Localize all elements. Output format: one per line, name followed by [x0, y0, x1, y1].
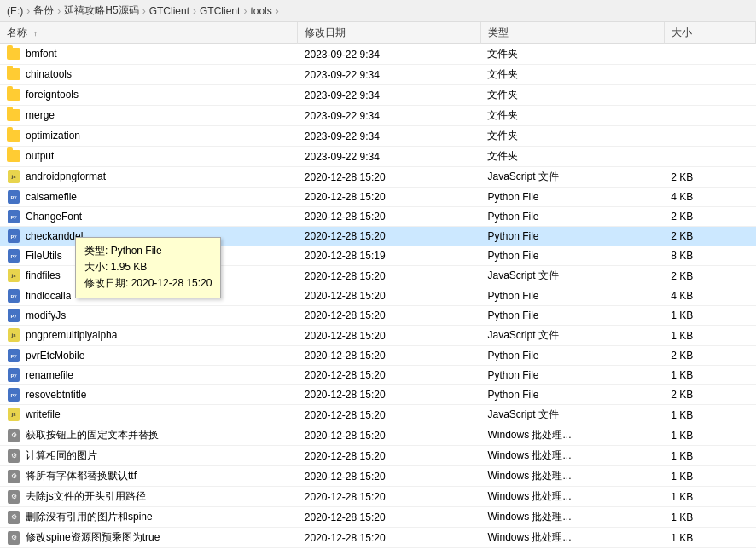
- file-size: 1 KB: [664, 326, 755, 346]
- file-size: [664, 126, 755, 147]
- file-date: 2020-12-28 15:20: [298, 326, 481, 346]
- file-name-text: 修改文件夹的图片名: [26, 551, 118, 552]
- table-row[interactable]: merge2023-09-22 9:34文件夹: [0, 106, 756, 126]
- file-name-text: 删除没有引用的图片和spine: [26, 510, 153, 524]
- file-type: Windows 批处理...: [480, 507, 664, 528]
- folder-icon: [7, 47, 20, 61]
- table-row[interactable]: pngpremultiplyalpha2020-12-28 15:20JavaS…: [0, 326, 756, 346]
- file-name-text: findlocalla: [26, 290, 71, 302]
- address-part-1[interactable]: (E:): [7, 5, 23, 17]
- python-icon: [7, 229, 20, 243]
- table-row[interactable]: writefile2020-12-28 15:20JavaScript 文件1 …: [0, 405, 756, 425]
- table-row[interactable]: bmfont2023-09-22 9:34文件夹: [0, 44, 756, 65]
- bat-icon: [7, 511, 20, 524]
- file-type: Python File: [480, 286, 664, 306]
- table-row[interactable]: androidpngformat2020-12-28 15:20JavaScri…: [0, 167, 756, 188]
- table-row[interactable]: resovebtntitle2020-12-28 15:20Python Fil…: [0, 385, 756, 405]
- file-date: 2020-12-28 15:20: [298, 188, 481, 207]
- file-size: [664, 106, 755, 126]
- file-list-container[interactable]: 名称 ↑ 修改日期 类型 大小 bmfont2023-09-22 9:34文件夹…: [0, 22, 756, 552]
- file-size: 1 KB: [664, 528, 755, 548]
- address-part-3[interactable]: 延禧攻略H5源码: [64, 3, 138, 18]
- python-icon: [7, 249, 20, 263]
- file-name-cell: 将所有字体都替换默认ttf: [0, 466, 298, 486]
- file-date: 2020-12-28 15:20: [298, 507, 481, 528]
- address-part-4[interactable]: GTClient: [149, 5, 189, 17]
- file-name-text: renamefile: [26, 369, 73, 381]
- table-row[interactable]: chinatools2023-09-22 9:34文件夹: [0, 65, 756, 85]
- file-name-cell: 去除js文件的开头引用路径: [0, 487, 298, 506]
- python-icon: [7, 349, 20, 362]
- table-row[interactable]: 修改spine资源图预乘图为true2020-12-28 15:20Window…: [0, 528, 756, 548]
- file-type: 文件夹: [480, 85, 664, 106]
- file-date: 2020-12-28 15:19: [298, 246, 481, 266]
- tooltip-box: 类型: Python File 大小: 1.95 KB 修改日期: 2020-1…: [75, 237, 221, 298]
- bat-icon: [7, 429, 20, 442]
- tooltip-date: 修改日期: 2020-12-28 15:20: [84, 275, 212, 292]
- file-date: 2020-12-28 15:20: [298, 466, 481, 487]
- file-name-text: writefile: [26, 408, 61, 420]
- file-name-text: pvrEtcMobile: [26, 350, 84, 361]
- table-row[interactable]: optimization2023-09-22 9:34文件夹: [0, 126, 756, 147]
- file-tooltip: 类型: Python File 大小: 1.95 KB 修改日期: 2020-1…: [75, 237, 221, 298]
- table-row[interactable]: modifyJs2020-12-28 15:20Python File1 KB: [0, 306, 756, 326]
- table-row[interactable]: 计算相同的图片2020-12-28 15:20Windows 批处理...1 K…: [0, 446, 756, 466]
- table-row[interactable]: ChangeFont2020-12-28 15:20Python File2 K…: [0, 207, 756, 227]
- tooltip-type: 类型: Python File: [84, 243, 212, 259]
- file-size: 2 KB: [664, 266, 755, 286]
- js-icon: [7, 170, 20, 183]
- bat-icon: [7, 552, 20, 552]
- table-row[interactable]: calsamefile2020-12-28 15:20Python File4 …: [0, 188, 756, 207]
- file-name-cell: writefile: [0, 405, 298, 424]
- table-row[interactable]: 获取按钮上的固定文本并替换2020-12-28 15:20Windows 批处理…: [0, 425, 756, 446]
- file-size: 4 KB: [664, 286, 755, 306]
- bat-icon: [7, 470, 20, 483]
- file-name-text: pngpremultiplyalpha: [26, 329, 117, 341]
- file-type: Windows 批处理...: [480, 528, 664, 548]
- file-date: 2020-12-28 15:20: [298, 528, 481, 548]
- file-type: JavaScript 文件: [480, 167, 664, 188]
- file-date: 2020-12-28 15:20: [298, 227, 481, 246]
- table-row[interactable]: 删除没有引用的图片和spine2020-12-28 15:20Windows 批…: [0, 507, 756, 528]
- file-date: 2020-12-28 15:20: [298, 207, 481, 227]
- table-row[interactable]: 去除js文件的开头引用路径2020-12-28 15:20Windows 批处理…: [0, 487, 756, 507]
- file-name-text: modifyJs: [26, 309, 66, 321]
- file-type: Python File: [480, 207, 664, 227]
- file-name-text: chinatools: [26, 68, 72, 80]
- file-date: 2020-12-28 15:20: [298, 167, 481, 188]
- file-date: 2020-12-28 15:20: [298, 306, 481, 326]
- file-type: Windows 批处理...: [480, 466, 664, 487]
- file-date: 2023-09-22 9:34: [298, 85, 481, 106]
- file-name-cell: 获取按钮上的固定文本并替换: [0, 425, 298, 445]
- table-row[interactable]: output2023-09-22 9:34文件夹: [0, 147, 756, 167]
- file-type: Windows 批处理...: [480, 446, 664, 466]
- col-date[interactable]: 修改日期: [298, 22, 481, 44]
- table-row[interactable]: renamefile2020-12-28 15:20Python File1 K…: [0, 366, 756, 385]
- folder-icon: [7, 88, 20, 101]
- file-name-cell: pngpremultiplyalpha: [0, 326, 298, 344]
- address-part-5[interactable]: GTClient: [200, 5, 240, 17]
- table-row[interactable]: pvrEtcMobile2020-12-28 15:20Python File2…: [0, 346, 756, 366]
- js-icon: [7, 328, 20, 342]
- table-row[interactable]: 修改文件夹的图片名2020-12-28 15:20Windows 批处理...1…: [0, 548, 756, 552]
- file-type: Python File: [480, 246, 664, 266]
- bat-icon: [7, 531, 20, 545]
- file-name-text: bmfont: [26, 48, 57, 60]
- folder-icon: [7, 129, 20, 142]
- table-row[interactable]: 将所有字体都替换默认ttf2020-12-28 15:20Windows 批处理…: [0, 466, 756, 487]
- file-name-cell: 修改文件夹的图片名: [0, 548, 298, 552]
- address-part-6[interactable]: tools: [250, 5, 271, 17]
- address-part-2[interactable]: 备份: [33, 3, 54, 18]
- file-name-text: findfiles: [26, 269, 61, 281]
- file-type: Python File: [480, 227, 664, 246]
- file-name-cell: optimization: [0, 126, 298, 145]
- tooltip-size: 大小: 1.95 KB: [84, 259, 212, 275]
- col-size[interactable]: 大小: [664, 22, 755, 44]
- file-name-text: 获取按钮上的固定文本并替换: [26, 428, 159, 442]
- table-row[interactable]: foreigntools2023-09-22 9:34文件夹: [0, 85, 756, 106]
- file-size: 4 KB: [664, 188, 755, 207]
- file-type: JavaScript 文件: [480, 266, 664, 286]
- col-name[interactable]: 名称 ↑: [0, 22, 298, 44]
- file-size: 1 KB: [664, 446, 755, 466]
- col-type[interactable]: 类型: [480, 22, 664, 44]
